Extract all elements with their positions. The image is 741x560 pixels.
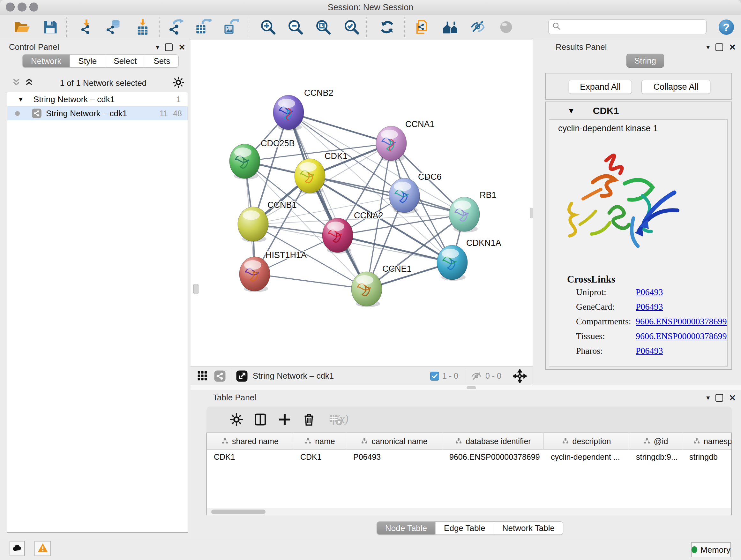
table-cell[interactable]: 9606.ENSP00000378699 <box>442 449 544 464</box>
open-file-icon[interactable] <box>13 19 30 36</box>
zoom-out-icon[interactable] <box>287 19 304 36</box>
node-table[interactable]: shared namenamecanonical namedatabase id… <box>206 433 732 515</box>
network-edge[interactable] <box>288 112 367 289</box>
zoom-selected-icon[interactable] <box>343 19 360 36</box>
string-badge-icon[interactable] <box>213 370 226 382</box>
close-panel-icon[interactable]: ✕ <box>729 44 736 51</box>
network-node-CDK1[interactable] <box>294 159 325 194</box>
hide-selected-icon[interactable] <box>470 19 487 36</box>
table-cell[interactable]: CDK1 <box>293 449 346 464</box>
network-node-CDC25B[interactable] <box>229 144 260 179</box>
network-node-CCNA1[interactable] <box>376 126 407 162</box>
network-view[interactable]: CCNB2CCNA1CDC25BCDK1CDC6RB1CCNB1CCNA2CDK… <box>191 40 533 385</box>
warnings-button[interactable] <box>35 541 51 556</box>
collapse-all-icon[interactable] <box>11 77 22 89</box>
open-in-new-icon[interactable] <box>235 370 248 382</box>
close-panel-icon[interactable]: ✕ <box>179 44 185 51</box>
refresh-layout-icon[interactable] <box>379 19 395 36</box>
crosslink-link[interactable]: P06493 <box>636 287 663 297</box>
expand-all-icon[interactable] <box>23 77 35 89</box>
export-image-icon[interactable] <box>223 19 239 36</box>
fit-selected-crosshair-icon[interactable] <box>513 369 527 383</box>
memory-button[interactable]: Memory <box>691 543 731 557</box>
scrollbar-thumb[interactable] <box>211 509 266 514</box>
crosslink-link[interactable]: 9606.ENSP00000378699 <box>636 316 727 327</box>
tab-network[interactable]: Network <box>23 55 70 67</box>
table-row[interactable]: CDK1CDK1P064939606.ENSP00000378699cyclin… <box>207 449 731 464</box>
export-table-icon[interactable] <box>195 19 212 36</box>
delete-table-icon[interactable] <box>328 412 343 427</box>
network-row[interactable]: String Network – cdk1 11 48 <box>7 106 188 120</box>
network-collection-row[interactable]: ▼ String Network – cdk1 1 <box>7 92 188 106</box>
tab-select[interactable]: Select <box>105 55 145 67</box>
save-session-icon[interactable] <box>42 19 59 36</box>
float-panel-icon[interactable] <box>716 44 723 51</box>
tab-string[interactable]: String <box>626 54 664 68</box>
import-network-database-icon[interactable] <box>105 19 122 36</box>
table-options-gear-icon[interactable] <box>229 412 244 427</box>
tab-edge-table[interactable]: Edge Table <box>435 522 494 535</box>
search-input[interactable] <box>561 22 706 32</box>
collapse-arrow-icon[interactable]: ▼ <box>567 106 575 115</box>
hidden-eye-icon[interactable] <box>471 370 482 382</box>
network-options-gear-icon[interactable] <box>172 76 185 90</box>
search-box[interactable] <box>548 19 706 34</box>
splitter-handle[interactable] <box>193 284 199 294</box>
crosslink-link[interactable]: P06493 <box>636 346 663 356</box>
table-cell[interactable]: P06493 <box>346 449 442 464</box>
gene-section-header[interactable]: ▼ CDK1 <box>546 102 731 119</box>
network-node-HIST1H1A[interactable] <box>239 257 270 292</box>
table-cell[interactable]: stringdb <box>682 449 732 464</box>
tab-style[interactable]: Style <box>70 55 105 67</box>
delete-column-icon[interactable] <box>301 412 316 427</box>
network-node-CDKN1A[interactable] <box>437 245 468 281</box>
column-header-namespace[interactable]: namespace <box>682 433 732 449</box>
show-all-icon[interactable] <box>498 19 515 36</box>
network-edge[interactable] <box>255 274 367 289</box>
column-header-shared-name[interactable]: shared name <box>207 433 293 449</box>
table-cell[interactable]: CDK1 <box>207 449 293 464</box>
import-network-icon[interactable] <box>78 19 95 36</box>
crosslink-link[interactable]: P06493 <box>636 302 663 312</box>
collapse-arrow-icon[interactable]: ▼ <box>17 96 24 103</box>
horizontal-splitter[interactable] <box>191 385 741 390</box>
horizontal-scrollbar[interactable] <box>207 508 731 515</box>
column-header-description[interactable]: description <box>544 433 629 449</box>
zoom-in-icon[interactable] <box>260 19 276 36</box>
panel-menu-icon[interactable]: ▾ <box>706 394 710 402</box>
cloud-status-button[interactable] <box>10 541 25 556</box>
column-header-name[interactable]: name <box>293 433 346 449</box>
column-header-database-identifier[interactable]: database identifier <box>442 433 544 449</box>
crosslink-link[interactable]: 9606.ENSP00000378699 <box>636 331 727 341</box>
network-canvas[interactable]: CCNB2CCNA1CDC25BCDK1CDC6RB1CCNB1CCNA2CDK… <box>191 40 533 367</box>
first-neighbors-icon[interactable] <box>442 19 459 36</box>
column-header-canonical-name[interactable]: canonical name <box>346 433 442 449</box>
table-cell[interactable]: cyclin-dependent ... <box>544 449 629 464</box>
tab-node-table[interactable]: Node Table <box>377 522 435 535</box>
column-header--id[interactable]: @id <box>629 433 682 449</box>
network-node-CDC6[interactable] <box>389 178 420 213</box>
network-node-CCNB1[interactable] <box>238 207 268 242</box>
splitter-handle[interactable] <box>467 386 476 389</box>
network-node-CCNA2[interactable] <box>322 218 353 253</box>
float-panel-icon[interactable] <box>165 44 173 51</box>
tab-network-table[interactable]: Network Table <box>494 522 563 535</box>
import-table-icon[interactable] <box>134 19 151 36</box>
grid-view-icon[interactable] <box>196 370 209 382</box>
close-panel-icon[interactable]: ✕ <box>729 395 736 401</box>
export-network-icon[interactable] <box>167 19 184 36</box>
table-cell[interactable]: stringdb:9... <box>629 449 682 464</box>
network-node-RB1[interactable] <box>449 197 480 233</box>
network-edge[interactable] <box>338 235 452 262</box>
zoom-fit-icon[interactable] <box>315 19 332 36</box>
panel-menu-icon[interactable]: ▾ <box>156 43 159 51</box>
help-button[interactable]: ? <box>719 19 734 35</box>
network-edge[interactable] <box>310 176 464 214</box>
toggle-columns-icon[interactable] <box>253 412 268 427</box>
expand-all-button[interactable]: Expand All <box>569 80 632 94</box>
float-panel-icon[interactable] <box>716 394 723 401</box>
tab-sets[interactable]: Sets <box>145 55 179 67</box>
collapse-all-button[interactable]: Collapse All <box>642 80 711 94</box>
copy-network-icon[interactable] <box>414 19 430 36</box>
create-column-icon[interactable] <box>277 412 292 427</box>
